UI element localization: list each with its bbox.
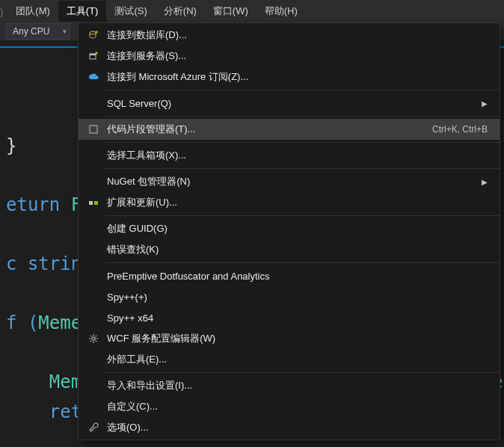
menubar-item-window[interactable]: 窗口(W) bbox=[205, 1, 256, 22]
menu-label: 外部工具(E)... bbox=[102, 353, 488, 366]
menu-item-spypp64[interactable]: Spy++ x64 bbox=[79, 307, 500, 328]
menubar-item-analyze[interactable]: 分析(N) bbox=[156, 1, 205, 22]
submenu-arrow-icon: ▶ bbox=[477, 99, 488, 108]
menu-label: Spy++ x64 bbox=[102, 312, 488, 324]
menubar-item-tools[interactable]: 工具(T) bbox=[58, 1, 107, 22]
menu-label: 扩展和更新(U)... bbox=[102, 196, 488, 209]
platform-combo[interactable]: Any CPU ▾ bbox=[6, 23, 70, 40]
menubar-item-help[interactable]: 帮助(H) bbox=[256, 1, 306, 22]
menu-label: 选择工具箱项(X)... bbox=[102, 149, 488, 162]
menubar-item-prev[interactable]: ) bbox=[0, 2, 7, 21]
menu-label: 连接到数据库(D)... bbox=[102, 28, 488, 42]
menu-separator bbox=[105, 372, 500, 373]
menu-label: 选项(O)... bbox=[102, 421, 488, 434]
menu-label: 连接到 Microsoft Azure 订阅(Z)... bbox=[102, 70, 488, 84]
menu-item-external-tools[interactable]: 外部工具(E)... bbox=[79, 349, 500, 370]
server-plus-icon bbox=[84, 50, 102, 62]
menu-item-options[interactable]: 选项(O)... bbox=[79, 417, 500, 438]
menu-label: Spy++(+) bbox=[102, 292, 488, 303]
menu-separator bbox=[105, 116, 500, 117]
menu-item-connect-server[interactable]: 连接到服务器(S)... bbox=[79, 46, 500, 67]
menu-separator bbox=[105, 168, 500, 169]
menu-separator bbox=[105, 142, 500, 143]
menu-shortcut: Ctrl+K, Ctrl+B bbox=[425, 124, 488, 135]
menu-item-error-lookup[interactable]: 错误查找(K) bbox=[79, 239, 500, 260]
menu-item-dotfuscator[interactable]: PreEmptive Dotfuscator and Analytics bbox=[79, 265, 500, 286]
menu-separator bbox=[105, 90, 500, 90]
platform-label: Any CPU bbox=[13, 26, 49, 37]
menubar-item-team[interactable]: 团队(M) bbox=[7, 1, 58, 22]
menu-label: 错误查找(K) bbox=[102, 243, 488, 256]
menu-item-create-guid[interactable]: 创建 GUID(G) bbox=[79, 218, 500, 239]
menu-label: 创建 GUID(G) bbox=[102, 222, 488, 235]
submenu-arrow-icon: ▶ bbox=[477, 178, 488, 186]
menu-separator bbox=[105, 262, 500, 263]
menubar: ) 团队(M) 工具(T) 测试(S) 分析(N) 窗口(W) 帮助(H) bbox=[0, 0, 504, 22]
svg-point-6 bbox=[92, 337, 95, 340]
menu-item-extensions[interactable]: 扩展和更新(U)... bbox=[79, 192, 500, 213]
menu-item-wcf-config[interactable]: WCF 服务配置编辑器(W) bbox=[79, 328, 500, 349]
menu-item-nuget[interactable]: NuGet 包管理器(N) ▶ bbox=[79, 171, 500, 192]
svg-rect-3 bbox=[90, 126, 97, 133]
menu-item-import-export[interactable]: 导入和导出设置(I)... bbox=[79, 375, 500, 396]
menu-item-spypp[interactable]: Spy++(+) bbox=[79, 286, 500, 307]
menu-item-sqlserver[interactable]: SQL Server(Q) ▶ bbox=[79, 93, 500, 114]
menu-item-connect-azure[interactable]: 连接到 Microsoft Azure 订阅(Z)... bbox=[79, 67, 500, 87]
tools-menu: 连接到数据库(D)... 连接到服务器(S)... 连接到 Microsoft … bbox=[78, 22, 500, 440]
menu-item-snippet-manager[interactable]: 代码片段管理器(T)... Ctrl+K, Ctrl+B bbox=[79, 119, 500, 140]
snippet-icon bbox=[84, 123, 102, 135]
menu-label: NuGet 包管理器(N) bbox=[102, 175, 477, 188]
menu-label: 导入和导出设置(I)... bbox=[102, 379, 488, 392]
wrench-icon bbox=[84, 422, 102, 434]
svg-rect-5 bbox=[94, 201, 98, 205]
menu-item-choose-toolbox[interactable]: 选择工具箱项(X)... bbox=[79, 145, 500, 166]
menu-separator bbox=[105, 215, 500, 216]
cloud-icon bbox=[84, 71, 102, 83]
menu-item-customize[interactable]: 自定义(C)... bbox=[79, 396, 500, 417]
menu-label: SQL Server(Q) bbox=[102, 98, 477, 109]
menu-label: 连接到服务器(S)... bbox=[102, 49, 488, 63]
menu-label: 代码片段管理器(T)... bbox=[102, 123, 425, 136]
menu-label: PreEmptive Dotfuscator and Analytics bbox=[102, 271, 488, 282]
menubar-item-test[interactable]: 测试(S) bbox=[106, 1, 155, 22]
menu-item-connect-db[interactable]: 连接到数据库(D)... bbox=[79, 25, 500, 46]
chevron-down-icon: ▾ bbox=[63, 28, 67, 35]
gear-icon bbox=[84, 333, 102, 345]
svg-rect-4 bbox=[89, 201, 93, 205]
menu-label: WCF 服务配置编辑器(W) bbox=[102, 332, 488, 345]
svg-rect-2 bbox=[90, 54, 96, 55]
svg-point-0 bbox=[90, 31, 96, 34]
menu-label: 自定义(C)... bbox=[102, 400, 488, 413]
extensions-icon bbox=[84, 197, 102, 209]
database-plus-icon bbox=[84, 29, 102, 41]
